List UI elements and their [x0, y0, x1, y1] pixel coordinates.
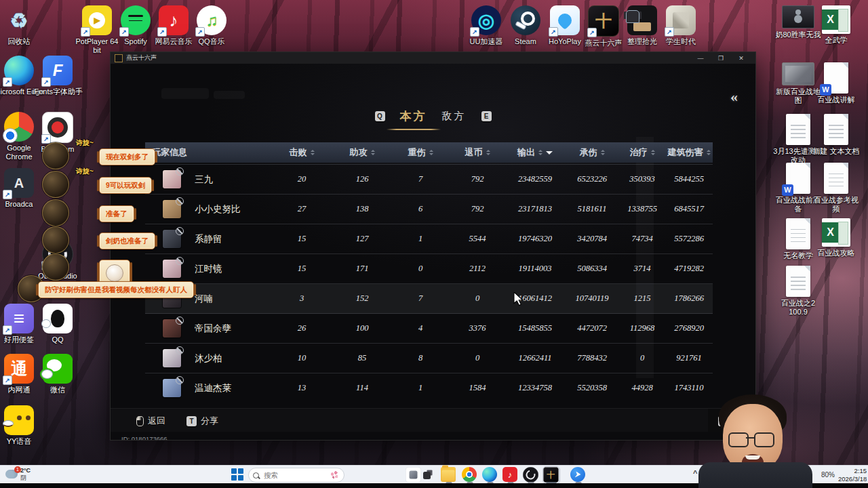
column-header-退币[interactable]: 退币 — [450, 146, 505, 159]
desktop-icon-broadcast[interactable]: Broadca — [0, 168, 44, 209]
column-header-输出[interactable]: 输出 — [505, 146, 565, 159]
blossom-icon — [329, 470, 340, 480]
yanyun-icon — [588, 5, 619, 37]
taskbar-obs-studio[interactable] — [523, 467, 539, 483]
desktop-icon-txt[interactable]: 百业战之2 100.9 — [773, 266, 823, 316]
taskbar-edge[interactable] — [482, 467, 498, 483]
video-icon — [782, 5, 814, 28]
desktop-icon-txt[interactable]: 百业战参考视频 — [811, 163, 861, 213]
table-row[interactable]: 帝国余孽261004337615485855447207211296827689… — [145, 314, 713, 344]
obs-icon — [42, 239, 73, 270]
sort-arrows-icon[interactable] — [371, 150, 375, 155]
back-button[interactable]: 返回 — [136, 415, 165, 427]
desktop-icon-txt[interactable]: 新建 文本文档 — [811, 114, 861, 156]
sort-arrows-icon[interactable] — [651, 150, 655, 155]
collapse-panel-icon[interactable]: « — [730, 88, 738, 106]
player-name: 小小史努比 — [195, 203, 241, 216]
table-row[interactable]: 温迪杰莱131141158412334758552035844928174311… — [145, 373, 713, 398]
desktop-icon-qq[interactable]: QQ — [33, 304, 83, 344]
stat-value: 15 — [271, 234, 333, 244]
start-button[interactable] — [231, 468, 244, 481]
column-header-治疗[interactable]: 治疗 — [619, 146, 665, 159]
taskbar-chrome[interactable] — [462, 467, 478, 483]
desktop-icon-xuesheng[interactable]: 学生时代 — [656, 5, 706, 46]
stat-value: 5520358 — [565, 383, 619, 393]
taskbar-clock[interactable]: 2:15 2026/3/18 — [838, 467, 867, 483]
steam-icon — [511, 5, 540, 35]
share-button[interactable]: T 分享 — [186, 415, 218, 427]
tab-ally[interactable]: 本方 — [400, 108, 427, 124]
table-row[interactable]: 江时镜151710211219114003508633437144719282 — [145, 254, 713, 284]
taskbar-blue-app[interactable] — [570, 467, 587, 483]
window-title-bar[interactable]: 燕云十六声 — ❐ ✕ — [111, 52, 755, 64]
taskbar-file-explorer[interactable] — [441, 467, 457, 483]
stat-value: 2112 — [450, 264, 505, 274]
column-header-击败[interactable]: 击败 — [271, 146, 333, 159]
close-icon[interactable]: ✕ — [731, 55, 751, 62]
avatar-badge-icon — [176, 317, 184, 325]
sort-arrows-icon[interactable] — [311, 150, 315, 155]
stat-value: 3 — [271, 293, 333, 304]
stat-value: 4719282 — [665, 264, 713, 274]
stat-value: 1 — [391, 383, 450, 393]
desktop-icon-qqmusic[interactable]: QQ音乐 — [186, 5, 237, 46]
tab-enemy[interactable]: 敌方 — [442, 110, 467, 123]
word-icon — [786, 163, 810, 194]
weather-widget[interactable]: 1 2°C 阴 — [5, 467, 31, 482]
desktop-icon-yy[interactable]: YY语音 — [0, 405, 44, 446]
desktop-icon-ifonts[interactable]: iFonts字体助手 — [33, 56, 83, 96]
taskbar-yanyun-game[interactable] — [543, 467, 559, 483]
sort-arrows-icon[interactable] — [601, 150, 605, 155]
glasses-icon — [754, 432, 774, 447]
game-window: 燕云十六声 — ❐ ✕ « Q 本方 敌方 E 玩家信息击败助攻重伤退币输出承伤… — [110, 52, 756, 441]
stat-value: 1786266 — [665, 293, 713, 304]
stat-value: 2768920 — [665, 323, 713, 333]
avatar-badge-icon — [176, 227, 184, 235]
player-name: 三九 — [195, 174, 213, 186]
stat-value: 12662411 — [505, 353, 565, 363]
table-row[interactable]: 沐少柏1085801266241177884320921761 — [145, 344, 713, 373]
search-box[interactable] — [248, 468, 344, 483]
column-header-助攻[interactable]: 助攻 — [333, 146, 391, 159]
desktop-icon-recycle[interactable]: 回收站 — [0, 5, 44, 46]
image-icon — [782, 62, 814, 85]
avatar-badge-icon — [176, 346, 184, 354]
game-content: « Q 本方 敌方 E 玩家信息击败助攻重伤退币输出承伤治疗建筑伤害 三九201… — [111, 64, 755, 440]
desktop-icon-label: Spotify — [124, 37, 147, 46]
table-row[interactable]: 系静留1512715544197463203420784747345572286 — [145, 224, 713, 254]
sort-arrows-icon[interactable] — [486, 150, 490, 155]
player-name: 江时镜 — [195, 263, 222, 275]
stat-value: 6845517 — [665, 204, 713, 214]
taskbar-widgets[interactable] — [406, 467, 422, 483]
minimize-icon[interactable]: — — [690, 55, 711, 62]
search-input[interactable] — [262, 470, 326, 480]
table-row[interactable]: 河喃315270160614121074011912151786266 — [145, 284, 713, 314]
sort-arrows-icon[interactable] — [429, 150, 433, 155]
desktop-icon-word[interactable]: 百业战讲解 — [811, 62, 861, 104]
desktop-icon-excel[interactable]: 全武学 — [811, 5, 861, 45]
session-id: ID: 0180173666 — [121, 435, 167, 440]
column-header-承伤[interactable]: 承伤 — [565, 146, 619, 159]
weather-temp: 2°C — [20, 467, 31, 474]
column-header-建筑伤害[interactable]: 建筑伤害 — [665, 146, 713, 159]
desktop-icon-wechat[interactable]: 微信 — [33, 354, 83, 394]
desktop-icon-label: 百业战讲解 — [818, 96, 855, 104]
sort-arrows-icon[interactable] — [538, 150, 542, 155]
stat-value: 1 — [391, 234, 450, 244]
table-row[interactable]: 小小史努比27138679223171813518161113387556845… — [145, 195, 713, 224]
mouse-left-icon — [136, 416, 144, 426]
key-hint-e: E — [481, 111, 492, 121]
chrome-icon — [4, 112, 34, 142]
netease-icon — [159, 5, 189, 35]
taskbar-netease-music[interactable] — [502, 467, 519, 483]
yy-icon — [4, 405, 34, 435]
taskbar-task-view[interactable] — [420, 467, 437, 483]
desktop-icon-obs[interactable]: OBS Studio — [33, 239, 83, 281]
desktop-icon-bandicam[interactable]: Bandicam — [33, 112, 83, 154]
desktop-icon-excel[interactable]: 百业战攻略 — [811, 218, 861, 258]
column-header-重伤[interactable]: 重伤 — [391, 146, 450, 159]
desktop-icon-label: 好用便签 — [4, 336, 34, 344]
maximize-icon[interactable]: ❐ — [711, 55, 731, 62]
sort-arrows-icon[interactable] — [707, 150, 711, 155]
table-row[interactable]: 三九2012677922348255965232263503935844255 — [145, 165, 713, 195]
